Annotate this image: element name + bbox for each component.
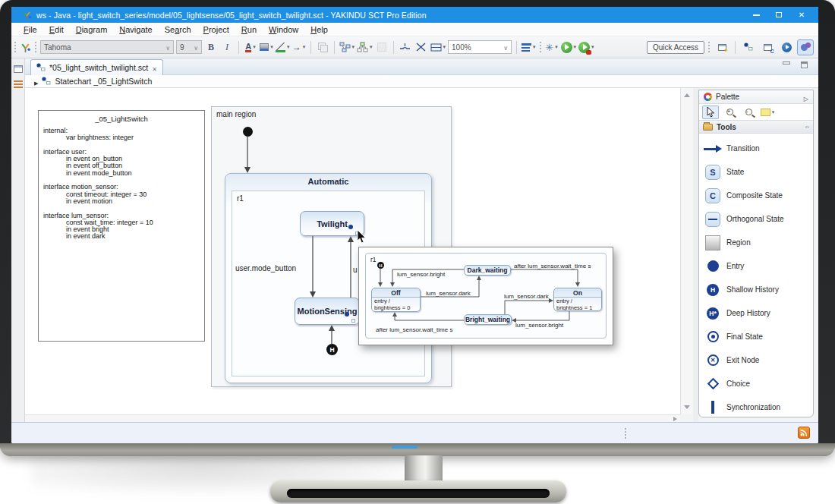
toolbar-drag-handle[interactable] <box>540 42 541 43</box>
scroll-down-icon[interactable] <box>684 405 690 409</box>
state-dark-waiting[interactable]: Dark_waiting <box>464 265 511 276</box>
transition-label[interactable]: after lum_sensor.wait_time s <box>376 326 452 333</box>
menu-file[interactable]: File <box>17 25 43 34</box>
outline-view-icon[interactable] <box>14 80 23 82</box>
transition-label[interactable]: lum_sensor.dark <box>426 290 471 297</box>
palette-item-composite-state[interactable]: CComposite State <box>699 184 813 207</box>
state-bright-waiting[interactable]: Bright_waiting <box>464 314 512 325</box>
transition-label[interactable]: lum_sensor.bright <box>397 271 445 278</box>
menu-run[interactable]: Run <box>235 25 263 34</box>
line-style-button[interactable]: → <box>292 39 306 55</box>
popup-history-node[interactable]: H <box>377 262 384 269</box>
select-all-button[interactable] <box>339 39 355 55</box>
palette-item-transition[interactable]: Transition <box>699 137 813 160</box>
menu-window[interactable]: Window <box>263 25 304 34</box>
transition-label[interactable]: lum_sensor.bright <box>515 322 563 329</box>
italic-button[interactable]: I <box>220 39 234 55</box>
select-tool-button[interactable] <box>702 106 719 119</box>
run-config-button[interactable] <box>578 39 594 55</box>
state-on[interactable]: On entry /brightness = 1 <box>553 288 602 311</box>
palette-expand-icon[interactable] <box>804 90 808 104</box>
run-button[interactable] <box>561 39 577 55</box>
validation-button[interactable]: ✳ <box>545 39 559 55</box>
zoom-in-tool-button[interactable]: + <box>721 106 738 119</box>
bold-button[interactable]: B <box>204 39 218 55</box>
line-color-button[interactable] <box>276 39 290 55</box>
palette-item-exit-node[interactable]: ✕Exit Node <box>699 348 813 372</box>
modeling-perspective-button[interactable] <box>740 39 757 55</box>
subdiagram-popup[interactable]: r1 H Off entry /brightness = 0 <box>358 247 613 345</box>
font-family-select[interactable]: Tahoma <box>40 40 174 54</box>
menu-project[interactable]: Project <box>197 25 235 34</box>
transition-label-mode-button[interactable]: user.mode_button <box>235 264 296 272</box>
state-motionsensing[interactable]: MotionSensing <box>295 298 360 325</box>
transition-label-fragment[interactable]: u <box>353 266 358 274</box>
menu-search[interactable]: Search <box>159 25 197 34</box>
view-menu-button[interactable] <box>521 39 536 55</box>
state-off[interactable]: Off entry /brightness = 0 <box>371 288 421 312</box>
editor-tab[interactable]: *05_light_switch_twilight.sct <box>30 59 163 75</box>
transition-label[interactable]: after lum_sensor.wait_time s <box>514 263 591 269</box>
subdiagram-indicator-dot[interactable] <box>345 312 349 317</box>
palette-item-orthogonal-state[interactable]: Orthogonal State <box>699 207 813 231</box>
palette-tools-section[interactable]: Tools ‹› <box>699 121 813 134</box>
shallow-history-node[interactable]: H <box>326 344 338 355</box>
yakindu-toolbar-icon[interactable] <box>20 42 31 53</box>
fill-color-button[interactable] <box>260 39 273 55</box>
menu-edit[interactable]: Edit <box>43 25 70 34</box>
maximize-editor-button[interactable] <box>801 61 808 68</box>
menu-diagram[interactable]: Diagram <box>70 25 114 34</box>
restore-view-icon[interactable] <box>14 65 23 73</box>
vertical-scrollbar[interactable] <box>680 88 693 414</box>
c-perspective-button[interactable] <box>759 39 776 55</box>
news-feed-icon[interactable] <box>798 427 810 439</box>
diagram-canvas[interactable]: _05_LightSwitch internal: var brightness… <box>25 88 680 414</box>
zoom-select[interactable]: 100% <box>448 40 512 54</box>
palette-item-deep-history[interactable]: H*Deep History <box>699 301 813 325</box>
transition-label[interactable]: lum_sensor.dark <box>504 293 549 300</box>
note-tool-button[interactable] <box>759 106 776 119</box>
palette-item-region[interactable]: Region <box>699 231 813 254</box>
palette-item-state[interactable]: SState <box>699 160 813 184</box>
font-color-button[interactable]: A <box>244 39 257 55</box>
toolbar-drag-handle[interactable] <box>35 42 36 43</box>
subdiagram-indicator-dot[interactable] <box>348 225 353 229</box>
simulation-perspective-button[interactable] <box>778 39 795 55</box>
statusbar-drag-handle[interactable] <box>625 428 626 430</box>
maximize-button[interactable] <box>774 11 783 20</box>
menu-help[interactable]: Help <box>304 25 334 34</box>
minimize-editor-button[interactable] <box>783 61 790 68</box>
initial-state-node[interactable] <box>243 127 253 137</box>
palette-item-entry[interactable]: Entry <box>699 254 813 278</box>
breadcrumb: Statechart _05_LightSwitch <box>25 75 818 88</box>
close-button[interactable] <box>797 11 806 20</box>
splitter-sash[interactable] <box>693 88 698 422</box>
pin-layout-icon[interactable]: ‹› <box>805 124 809 131</box>
quick-access-button[interactable]: Quick Access <box>647 41 704 54</box>
line-jump-button[interactable] <box>399 39 412 55</box>
toolbar-drag-handle[interactable] <box>14 42 16 43</box>
layout-button[interactable] <box>357 39 373 55</box>
tab-close-icon[interactable] <box>152 61 157 74</box>
minimize-button[interactable] <box>752 11 761 20</box>
open-perspective-button[interactable] <box>714 39 730 55</box>
palette-item-final-state[interactable]: Final State <box>699 325 813 348</box>
java-perspective-button[interactable] <box>797 39 814 55</box>
palette-item-choice[interactable]: Choice <box>699 372 813 395</box>
scroll-right-icon[interactable] <box>673 417 677 421</box>
font-size-select[interactable]: 9 <box>176 40 202 54</box>
palette-header[interactable]: Palette <box>699 90 813 104</box>
compartment-button[interactable] <box>430 39 446 55</box>
menu-navigate[interactable]: Navigate <box>113 25 158 34</box>
palette-item-shallow-history[interactable]: HShallow History <box>699 278 813 301</box>
breadcrumb-expand-icon[interactable] <box>34 74 38 88</box>
statechart-spec-box[interactable]: _05_LightSwitch internal: var brightness… <box>38 110 205 342</box>
crossing-style-button[interactable] <box>414 39 428 55</box>
scroll-up-icon[interactable] <box>684 93 690 97</box>
breadcrumb-label[interactable]: Statechart _05_LightSwitch <box>55 77 152 86</box>
toolbar-drag-handle[interactable] <box>708 42 710 43</box>
copy-appearance-button[interactable] <box>316 39 329 55</box>
horizontal-scrollbar[interactable] <box>25 414 680 422</box>
zoom-out-tool-button[interactable]: - <box>740 106 757 119</box>
palette-item-synchronization[interactable]: Synchronization <box>699 395 813 417</box>
